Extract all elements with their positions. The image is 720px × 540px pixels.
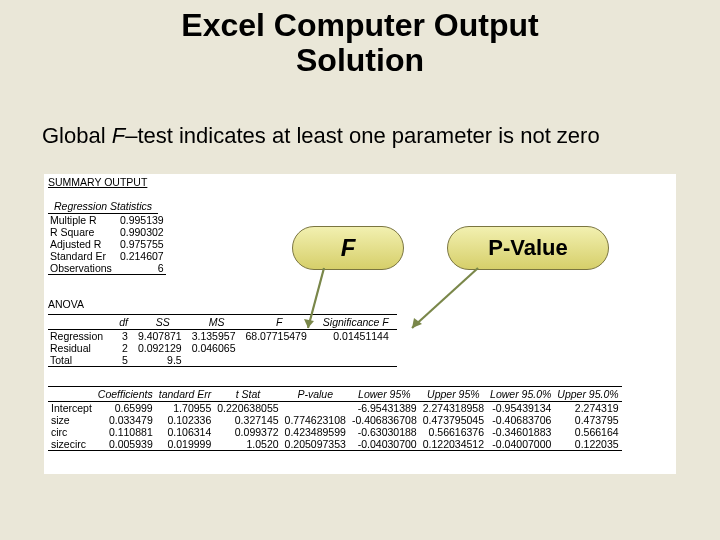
- callout-p-value: P-Value: [447, 226, 609, 270]
- table-row: Multiple R0.995139: [48, 214, 166, 226]
- excel-output: SUMMARY OUTPUT Regression Statistics Mul…: [44, 174, 676, 474]
- coef-header-row: Coefficients tandard Err t Stat P-value …: [48, 387, 622, 402]
- subtitle-part-b: –test indicates at least one parameter i…: [125, 123, 599, 148]
- title-line2: Solution: [296, 42, 424, 78]
- slide-subtitle: Global F–test indicates at least one par…: [42, 122, 678, 150]
- table-row: Observations6: [48, 262, 166, 275]
- table-row: Total 5 9.5: [48, 354, 397, 367]
- regression-statistics-table: Multiple R0.995139 R Square0.990302 Adju…: [48, 214, 166, 275]
- callout-p-label: P-Value: [488, 235, 567, 261]
- table-row: sizecirc 0.005939 0.019999 1.0520 0.2050…: [48, 438, 622, 451]
- anova-label: ANOVA: [48, 298, 84, 310]
- subtitle-part-a: Global: [42, 123, 112, 148]
- slide-title: Excel Computer Output Solution: [0, 8, 720, 78]
- callout-f-stat: F: [292, 226, 404, 270]
- regression-statistics: Regression Statistics Multiple R0.995139…: [48, 200, 166, 275]
- table-row: Regression 3 9.407871 3.135957 68.077154…: [48, 330, 397, 343]
- coefficients-table: Coefficients tandard Err t Stat P-value …: [48, 386, 622, 451]
- table-row: R Square0.990302: [48, 226, 166, 238]
- anova-table: df SS MS F Significance F Regression 3 9…: [48, 314, 397, 367]
- title-line1: Excel Computer Output: [181, 7, 538, 43]
- table-row: Intercept 0.65999 1.70955 0.220638055 -6…: [48, 402, 622, 415]
- table-row: circ 0.110881 0.106314 0.099372 0.423489…: [48, 426, 622, 438]
- summary-caption: SUMMARY OUTPUT: [48, 176, 147, 188]
- table-row: Residual 2 0.092129 0.046065: [48, 342, 397, 354]
- table-row: Adjusted R0.975755: [48, 238, 166, 250]
- callout-f-label: F: [341, 234, 356, 262]
- subtitle-F: F: [112, 123, 125, 148]
- table-row: Standard Er0.214607: [48, 250, 166, 262]
- table-row: size 0.033479 0.102336 0.327145 0.774623…: [48, 414, 622, 426]
- regression-statistics-title: Regression Statistics: [48, 200, 158, 214]
- anova-header-row: df SS MS F Significance F: [48, 315, 397, 330]
